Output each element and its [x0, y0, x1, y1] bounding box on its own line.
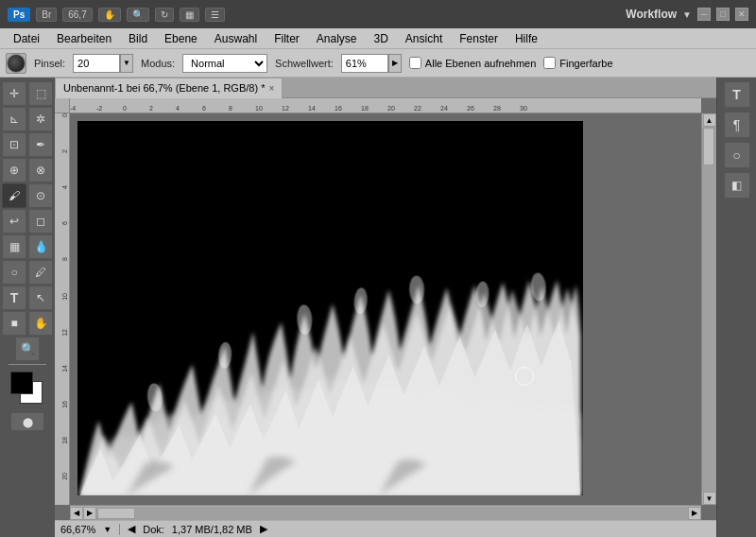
hscroll-left-btn[interactable]: ◀: [70, 507, 83, 520]
alle-ebenen-group: Alle Ebenen aufnehmen: [409, 57, 536, 69]
modus-select[interactable]: Normal: [182, 54, 267, 73]
vscroll-track[interactable]: [702, 127, 716, 492]
canvas-inner: [77, 121, 583, 495]
dodge-tool[interactable]: ○: [2, 260, 26, 285]
shape-tool[interactable]: ■: [2, 311, 26, 336]
svg-point-4: [409, 275, 425, 303]
schwellwert-value[interactable]: 61%: [341, 54, 388, 73]
lasso-tool[interactable]: ⊾: [2, 107, 26, 131]
dok-label: Dok:: [143, 524, 164, 535]
eraser-tool[interactable]: ◻: [28, 209, 53, 234]
menu-item-ebene[interactable]: Ebene: [157, 30, 205, 47]
fingerfarbe-group: Fingerfarbe: [543, 57, 612, 69]
extra-icon-top[interactable]: ☰: [205, 8, 225, 22]
tool-row-5: 🖌 ⊙: [2, 183, 53, 208]
menu-item-bild[interactable]: Bild: [121, 30, 155, 47]
zoom-arrow[interactable]: ▼: [103, 525, 112, 534]
ruler-h-tick-16: 28: [493, 105, 501, 112]
ruler-v-tick-6: 12: [61, 329, 68, 337]
menu-item-filter[interactable]: Filter: [266, 30, 307, 47]
menu-item-hilfe[interactable]: Hilfe: [507, 30, 545, 47]
brush-options-icon[interactable]: [6, 53, 26, 74]
schwellwert-arrow[interactable]: ▶: [388, 54, 402, 73]
fingerfarbe-checkbox[interactable]: [543, 57, 556, 69]
hscroll-thumb[interactable]: [97, 508, 135, 519]
foreground-color-swatch[interactable]: [10, 372, 33, 394]
hscroll-track[interactable]: [96, 507, 688, 520]
ruler-corner: [55, 98, 70, 113]
ruler-h-tick-1: -2: [96, 105, 102, 112]
vscroll-thumb[interactable]: [703, 128, 714, 165]
move-tool[interactable]: ✛: [2, 81, 26, 106]
zoom-tool-icon-top[interactable]: 🔍: [127, 8, 149, 22]
history-brush-tool[interactable]: ↩: [2, 209, 26, 234]
gradient-tool[interactable]: ▦: [2, 234, 26, 259]
titlebar-right: Workflow ▼ ─ □ ✕: [626, 8, 748, 21]
brush-presets-btn[interactable]: ○: [724, 142, 750, 168]
minimize-button[interactable]: ─: [697, 8, 711, 21]
move-tool-icon-top[interactable]: ✋: [98, 8, 121, 22]
eyedropper-tool[interactable]: ✒: [28, 132, 53, 157]
hscroll-right-btn[interactable]: ▶: [688, 507, 701, 520]
titlebar: Ps Br 66,7 ✋ 🔍 ↻ ▦ ☰ Workflow ▼ ─ □ ✕: [0, 0, 756, 28]
quick-mask-tool[interactable]: ⬤: [10, 412, 44, 431]
tab-close-button[interactable]: ×: [268, 83, 274, 94]
text-panel-btn[interactable]: T: [724, 81, 750, 108]
status-arrow3[interactable]: ▶: [260, 523, 267, 535]
toolbar-left: ✛ ⬚ ⊾ ✲ ⊡ ✒ ⊕ ⊗ 🖌 ⊙ ↩ ◻ ▦ 💧 ○ 🖊: [0, 78, 55, 537]
ruler-v-tick-7: 14: [61, 365, 68, 372]
layers-panel-btn[interactable]: ◧: [724, 172, 750, 199]
crop-tool[interactable]: ⊡: [2, 132, 26, 157]
workspace-arrow[interactable]: ▼: [682, 9, 692, 20]
menu-item-fenster[interactable]: Fenster: [452, 30, 506, 47]
menu-item-datei[interactable]: Datei: [6, 30, 47, 47]
blur-tool[interactable]: 💧: [28, 234, 53, 259]
hand-tool[interactable]: ✋: [28, 311, 53, 336]
menu-item-bearbeiten[interactable]: Bearbeiten: [49, 30, 119, 47]
menu-item-analyse[interactable]: Analyse: [309, 30, 365, 47]
zoom-percent: 66,67%: [60, 524, 95, 535]
titlebar-left: Ps Br 66,7 ✋ 🔍 ↻ ▦ ☰: [8, 8, 225, 22]
zoom-tool-left[interactable]: 🔍: [15, 337, 40, 361]
hscroll-media-btn[interactable]: ▶: [83, 507, 96, 520]
spot-heal-tool[interactable]: ⊗: [28, 158, 53, 182]
canvas-image[interactable]: [77, 121, 583, 495]
zoom-indicator[interactable]: 66,7: [62, 8, 92, 22]
brush-tool[interactable]: 🖌: [2, 183, 26, 208]
path-selection-tool[interactable]: ↖: [28, 286, 53, 310]
brush-size-value[interactable]: 20: [73, 54, 120, 73]
br-app-icon[interactable]: Br: [36, 8, 57, 22]
horizontal-scrollbar[interactable]: ◀ ▶ ▶: [70, 505, 701, 520]
menu-item-3d[interactable]: 3D: [367, 30, 396, 47]
vscroll-down-btn[interactable]: ▼: [703, 492, 716, 505]
restore-button[interactable]: □: [716, 8, 730, 21]
alle-ebenen-checkbox[interactable]: [409, 57, 421, 69]
ruler-h-tick-6: 8: [229, 105, 232, 112]
healing-tool[interactable]: ⊕: [2, 158, 26, 182]
svg-point-2: [297, 304, 313, 335]
tool-row-1: ✛ ⬚: [2, 81, 53, 106]
layout-icon-top[interactable]: ▦: [180, 8, 199, 22]
statusbar: 66,67% ▼ ◀ Dok: 1,37 MB/1,82 MB ▶: [55, 520, 716, 537]
text-tool[interactable]: T: [2, 286, 26, 310]
magic-wand-tool[interactable]: ✲: [28, 107, 53, 131]
menu-item-auswahl[interactable]: Auswahl: [207, 30, 265, 47]
vscroll-up-btn[interactable]: ▲: [703, 113, 716, 127]
ruler-v-tick-5: 10: [61, 293, 68, 301]
vertical-scrollbar[interactable]: ▲ ▼: [701, 113, 716, 505]
status-arrow2[interactable]: ◀: [128, 523, 135, 535]
ruler-h-tick-10: 16: [335, 105, 342, 112]
paragraph-panel-btn[interactable]: ¶: [724, 112, 750, 138]
brush-size-arrow[interactable]: ▼: [120, 54, 133, 73]
rotate-tool-icon-top[interactable]: ↻: [155, 8, 174, 22]
close-button[interactable]: ✕: [735, 8, 748, 21]
document-tab[interactable]: Unbenannt-1 bei 66,7% (Ebene 1, RGB/8) *…: [55, 78, 283, 98]
canvas-scroll[interactable]: [70, 113, 701, 505]
color-swatches[interactable]: [10, 372, 44, 406]
ps-app-icon[interactable]: Ps: [8, 8, 30, 22]
stamp-tool[interactable]: ⊙: [28, 183, 53, 208]
selection-tool[interactable]: ⬚: [28, 81, 53, 106]
brush-label: Pinsel:: [34, 58, 65, 69]
menu-item-ansicht[interactable]: Ansicht: [398, 30, 450, 47]
pen-tool[interactable]: 🖊: [28, 260, 53, 285]
